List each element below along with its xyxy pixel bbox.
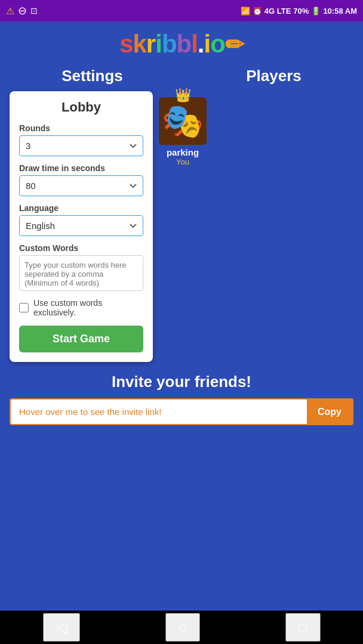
logo-dot: . — [198, 30, 204, 58]
logo-i2: i — [204, 30, 211, 58]
panel-title: Lobby — [19, 100, 143, 115]
logo-i: i — [155, 30, 162, 58]
rounds-label: Rounds — [19, 123, 143, 133]
players-header: Players — [246, 67, 302, 85]
draw-time-label: Draw time in seconds — [19, 163, 143, 173]
player-you-tag: You — [176, 157, 189, 166]
rounds-select[interactable]: 3 2 4 5 — [19, 135, 143, 156]
rec-icon: ⊡ — [30, 6, 38, 16]
header-row: Settings Players — [0, 63, 363, 91]
language-select[interactable]: English German French Spanish — [19, 215, 143, 236]
status-bar-right: 📶 ⏰ 4G LTE 70% 🔋 10:58 AM — [241, 7, 357, 16]
back-button[interactable]: ◁ — [43, 613, 80, 642]
invite-link: Hover over me to see the invite link! — [11, 400, 307, 424]
custom-words-checkbox-row: Use custom words exclusively. — [19, 298, 143, 317]
logo-s: s — [119, 30, 133, 58]
language-label: Language — [19, 203, 143, 213]
invite-section: Invite your friends! Hover over me to se… — [0, 362, 363, 432]
logo-r: r — [146, 30, 155, 58]
player-name: parking — [167, 147, 199, 157]
time-label: 10:58 AM — [323, 7, 357, 16]
alert-icon: ⚠ — [6, 5, 14, 17]
invite-title: Invite your friends! — [112, 373, 251, 391]
custom-words-checkbox-label[interactable]: Use custom words exclusively. — [33, 298, 143, 317]
draw-time-select[interactable]: 80 30 60 120 — [19, 175, 143, 196]
player-avatar: 👑 🎭 — [159, 97, 207, 145]
pencil-icon: ✏ — [225, 32, 244, 57]
logo-k: k — [133, 30, 146, 58]
settings-panel: Lobby Rounds 3 2 4 5 Draw time in second… — [10, 91, 153, 362]
minus-icon: ⊖ — [18, 4, 27, 17]
logo-o: o — [210, 30, 225, 58]
custom-words-label: Custom Words — [19, 243, 143, 253]
logo-area: skribbl.io✏ — [0, 21, 363, 63]
logo-l: l — [191, 30, 198, 58]
custom-words-textarea[interactable] — [19, 255, 143, 291]
crown-icon: 👑 — [175, 88, 191, 103]
copy-button[interactable]: Copy — [307, 400, 352, 424]
logo-b2: b — [177, 30, 192, 58]
signal-icon: 📶 — [241, 7, 250, 16]
status-bar: ⚠ ⊖ ⊡ 📶 ⏰ 4G LTE 70% 🔋 10:58 AM — [0, 0, 363, 21]
recents-button[interactable]: □ — [285, 613, 321, 642]
settings-header: Settings — [61, 67, 123, 85]
logo-b: b — [162, 30, 177, 58]
battery-label: 70% — [293, 7, 309, 16]
content-row: Lobby Rounds 3 2 4 5 Draw time in second… — [0, 91, 363, 362]
start-game-button[interactable]: Start Game — [19, 326, 143, 352]
network-label: 4G LTE — [264, 7, 291, 16]
battery-icon: 🔋 — [311, 7, 321, 16]
home-button[interactable]: ○ — [165, 613, 201, 642]
invite-row: Hover over me to see the invite link! Co… — [10, 398, 353, 425]
custom-words-checkbox[interactable] — [19, 303, 29, 312]
nav-bar: ◁ ○ □ — [0, 611, 363, 644]
status-bar-left: ⚠ ⊖ ⊡ — [6, 4, 38, 17]
players-area: 👑 🎭 parking You — [159, 91, 207, 166]
logo: skribbl.io✏ — [119, 30, 244, 58]
main-content: skribbl.io✏ Settings Players Lobby Round… — [0, 21, 363, 611]
player-face: 🎭 — [162, 104, 204, 138]
alarm-icon: ⏰ — [253, 7, 262, 16]
